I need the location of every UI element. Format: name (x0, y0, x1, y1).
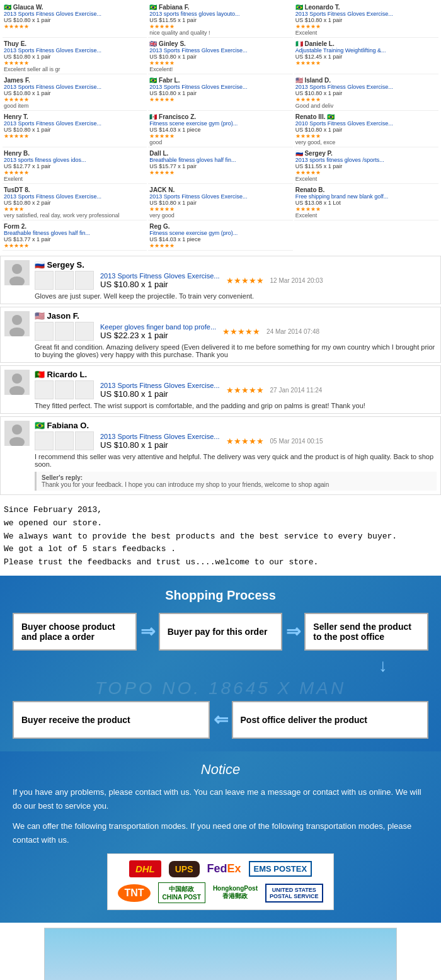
avatar (4, 311, 30, 336)
reviewer-name: 🇧🇷 Fabiana O. (35, 421, 89, 430)
review-item: 🇧🇷 Glauca W. 2013 Sports Fitness Gloves … (3, 3, 147, 38)
review-item: 🇮🇹 Daniele L. Adjustable Training Weight… (294, 39, 438, 74)
review-product: 2013 Sports Fitness Gloves Exercise... (100, 433, 220, 440)
svg-rect-15 (35, 381, 53, 399)
tnt-logo: TNT (118, 884, 150, 902)
review-grid: 🇧🇷 Glauca W. 2013 Sports Fitness Gloves … (3, 3, 438, 251)
svg-point-13 (12, 373, 22, 384)
review-item: 🇬🇧 Ginley S. 2013 Sports Fitness Gloves … (148, 39, 292, 74)
review-item: Thuy E. 2013 Sports Fitness Gloves Exerc… (3, 39, 147, 74)
svg-rect-16 (55, 381, 73, 399)
review-item: 🇲🇽 Francisco Z. Fitness scene exercise g… (148, 112, 292, 147)
review-item: Renato III. 🇧🇷 2010 Sports Fitness Glove… (294, 112, 438, 147)
svg-rect-21 (35, 432, 53, 450)
usps-logo: UNITED STATESPOSTAL SERVICE (265, 884, 323, 903)
review-item: 🇷🇺 Sergey P. 2013 sports fitness gloves … (294, 149, 438, 184)
arrow3: ⇐ (214, 709, 228, 730)
review-text: I recommend this seller was very attenti… (35, 453, 437, 468)
review-item: Henry B. 2013 sports fitness gloves idos… (3, 149, 147, 184)
notice-title: Notice (13, 761, 428, 778)
store-intro: Since February 2013, we opened our store… (0, 498, 441, 576)
watermark: TOPO NO. 18645 X MAN (13, 678, 428, 698)
shipping-logos: DHL UPS FedEx EMS POSTEX TNT 中国邮政CHINA P… (13, 853, 428, 910)
review-text: Gloves are just super. Well keep the pro… (35, 292, 437, 300)
process-step5: Post office deliver the product (232, 701, 429, 739)
review-product: 2013 Sports Fitness Gloves Exercise... (100, 272, 220, 280)
review-date: 24 Mar 2014 07:48 (266, 328, 319, 335)
logos-grid: DHL UPS FedEx EMS POSTEX TNT 中国邮政CHINA P… (107, 853, 333, 910)
store-intro-line2: we opened our store. (4, 517, 437, 530)
store-intro-line3: We always want to provide the best produ… (4, 530, 437, 544)
review-stars: ★★★★★ (222, 327, 260, 336)
featured-review: 🇵🇹 Ricardo L. 2013 Sports Fitness Gloves… (0, 365, 441, 414)
review-item: Dall L. Breathable fitness gloves half f… (148, 149, 292, 184)
review-stars: ★★★★★ (226, 276, 264, 285)
reviewer-name: 🇷🇺 Sergey S. (35, 260, 84, 270)
svg-rect-4 (55, 271, 73, 289)
ems-logo: EMS POSTEX (249, 861, 312, 877)
notice-para1: If you have any problems, please contact… (13, 785, 428, 813)
store-intro-line4: We got a lot of 5 stars feedbacks . (4, 543, 437, 556)
review-item: Henry T. 2013 Sports Fitness Gloves Exer… (3, 112, 147, 147)
dhl-logo: DHL (129, 860, 161, 877)
arrow1: ⇒ (140, 621, 155, 642)
avatar (4, 260, 30, 285)
avatar (4, 421, 30, 446)
featured-review: 🇧🇷 Fabiana O. 2013 Sports Fitness Gloves… (0, 416, 441, 495)
review-item: 🇧🇷 Fabiana F. 2013 sports fitness gloves… (148, 3, 292, 38)
featured-reviews: 🇷🇺 Sergey S. 2013 Sports Fitness Gloves … (0, 256, 441, 495)
reviewer-name: 🇵🇹 Ricardo L. (35, 370, 87, 379)
featured-review: 🇺🇸 Jason F. Keeper gloves finger band to… (0, 307, 441, 363)
review-price: US $10.80 x 1 pair (100, 280, 220, 289)
review-text: They fitted perfect. The wrist support i… (35, 402, 437, 409)
svg-rect-10 (55, 322, 73, 340)
featured-review: 🇷🇺 Sergey S. 2013 Sports Fitness Gloves … (0, 256, 441, 304)
seller-reply: Seller's reply:Thank you for your feedba… (35, 472, 437, 491)
review-item: JACK N. 2013 Sports Fitness Gloves Exerc… (148, 185, 292, 220)
process-step4: Buyer receive the product (13, 701, 210, 739)
review-price: US $10.80 x 1 pair (100, 389, 220, 399)
review-item: James F. 2013 Sports Fitness Gloves Exer… (3, 76, 147, 111)
review-price: US $22.23 x 1 pair (100, 331, 216, 340)
review-item: Renato B. Free shipping brand new blank … (294, 185, 438, 220)
svg-rect-23 (76, 432, 93, 450)
review-stars: ★★★★★ (226, 385, 264, 395)
review-date: 05 Mar 2014 00:15 (270, 438, 323, 445)
fedex-logo: FedEx (207, 862, 241, 875)
review-item: Reg G. Fitness scene exercise gym (pro).… (148, 222, 292, 251)
svg-point-7 (12, 315, 22, 325)
process-step3: Seller send the product to the post offi… (304, 613, 428, 651)
shopping-process-section: Shopping Process Buyer choose product an… (0, 576, 441, 751)
svg-rect-9 (35, 322, 53, 340)
airplane-section (0, 928, 441, 980)
review-item: 🇺🇸 Island D. 2013 Sports Fitness Gloves … (294, 76, 438, 111)
logos-row1: DHL UPS FedEx EMS POSTEX (118, 860, 323, 877)
svg-rect-17 (76, 381, 93, 399)
reviews-section: 🇧🇷 Glauca W. 2013 Sports Fitness Gloves … (0, 0, 441, 253)
review-date: 27 Jan 2014 11:24 (270, 387, 323, 394)
review-item: TusDT 8. 2013 Sports Fitness Gloves Exer… (3, 185, 147, 220)
arrow2: ⇒ (286, 621, 301, 642)
process-title: Shopping Process (13, 588, 428, 603)
review-item: 🇧🇷 Fabr L. 2013 Sports Fitness Gloves Ex… (148, 76, 292, 111)
review-item: Form 2. Breathable fitness gloves half f… (3, 222, 147, 251)
avatar (4, 370, 30, 395)
review-product: Keeper gloves finger band top profe... (100, 323, 216, 331)
svg-rect-5 (76, 271, 93, 289)
airplane-svg (45, 928, 397, 980)
svg-point-19 (12, 424, 22, 435)
notice-para2: We can offer the following transportatio… (13, 819, 428, 847)
logos-row2: TNT 中国邮政CHINA POST HongkongPost香港郵政 UNIT… (118, 882, 323, 903)
arrow-down: ↓ (338, 656, 428, 676)
review-date: 12 Mar 2014 20:03 (270, 277, 323, 284)
process-step1: Buyer choose product and place a order (13, 613, 137, 651)
review-item: 🇧🇷 Leonardo T. 2013 Sports Fitness Glove… (294, 3, 438, 38)
reviewer-name: 🇺🇸 Jason F. (35, 311, 79, 321)
svg-point-1 (12, 264, 22, 274)
svg-rect-11 (76, 322, 93, 340)
review-price: US $10.80 x 1 pair (100, 440, 220, 450)
svg-rect-3 (35, 271, 53, 289)
review-text: Great fit and condition. Amazing deliver… (35, 343, 437, 358)
notice-section: Notice If you have any problems, please … (0, 751, 441, 923)
hkpost-logo: HongkongPost香港郵政 (213, 885, 258, 901)
